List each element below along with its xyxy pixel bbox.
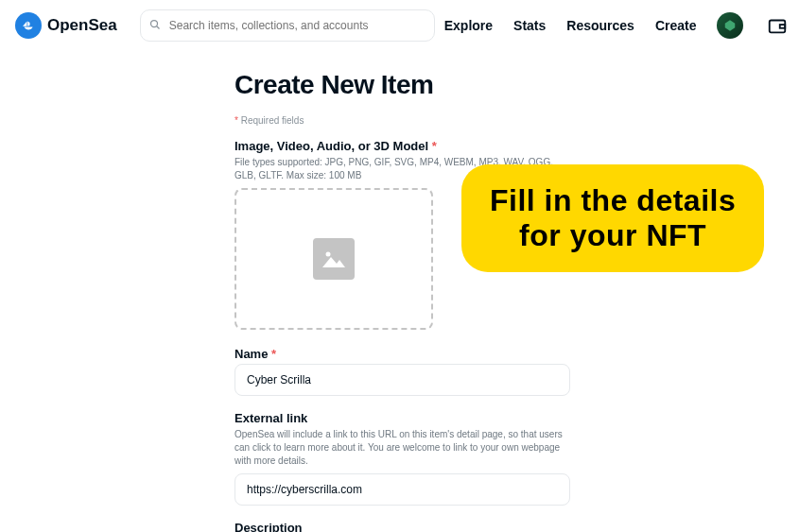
name-field: Name *	[234, 347, 570, 396]
svg-marker-6	[322, 257, 345, 267]
profile-avatar[interactable]	[717, 12, 743, 39]
name-label: Name *	[234, 347, 570, 361]
opensea-logo-icon	[15, 12, 42, 39]
svg-point-5	[326, 252, 331, 257]
external-link-field: External link OpenSea will include a lin…	[234, 411, 570, 506]
media-label: Image, Video, Audio, or 3D Model *	[234, 139, 570, 153]
main-content: Create New Item * Required fields Image,…	[0, 70, 799, 532]
nav-stats[interactable]: Stats	[513, 18, 546, 33]
logo[interactable]: OpenSea	[15, 12, 117, 39]
svg-rect-3	[770, 21, 786, 33]
svg-marker-2	[725, 20, 736, 31]
external-link-hint: OpenSea will include a link to this URL …	[234, 428, 570, 468]
wallet-icon[interactable]	[764, 12, 790, 39]
nav: Explore Stats Resources Create	[444, 12, 791, 39]
svg-point-0	[150, 21, 157, 27]
external-link-label: External link	[234, 411, 570, 425]
search-icon	[149, 17, 161, 34]
nav-create[interactable]: Create	[655, 18, 697, 33]
name-input[interactable]	[234, 364, 570, 396]
search-box	[140, 9, 435, 42]
nav-explore[interactable]: Explore	[444, 18, 493, 33]
required-fields-note: * Required fields	[234, 115, 799, 126]
nav-resources[interactable]: Resources	[566, 18, 634, 33]
annotation-callout: Fill in the details for your NFT	[461, 164, 764, 272]
external-link-input[interactable]	[234, 473, 570, 506]
header: OpenSea Explore Stats Resources Create	[0, 0, 799, 51]
image-placeholder-icon	[313, 238, 355, 280]
media-upload-dropzone[interactable]	[234, 188, 433, 330]
description-field: Description The description will be incl…	[234, 521, 570, 532]
brand-name: OpenSea	[47, 16, 117, 35]
page-title: Create New Item	[234, 70, 799, 100]
search-input[interactable]	[140, 9, 435, 42]
description-label: Description	[234, 521, 570, 532]
svg-rect-4	[780, 25, 786, 28]
svg-line-1	[156, 26, 159, 29]
